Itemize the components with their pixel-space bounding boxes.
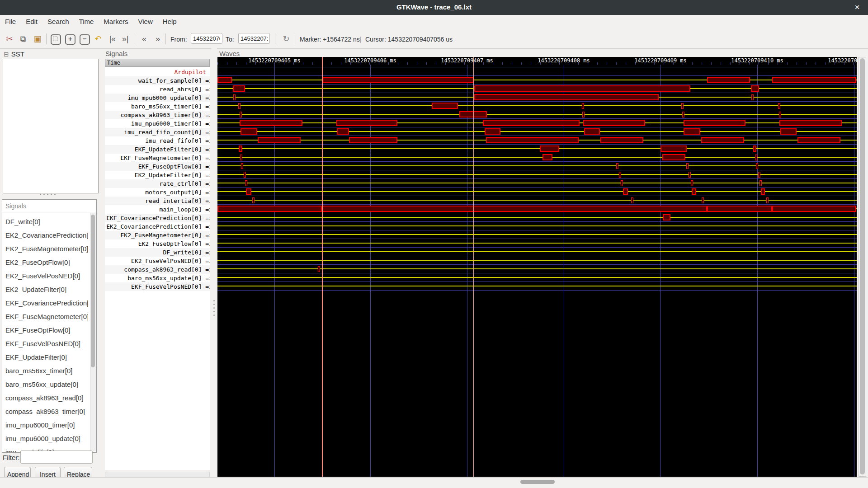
skip-left-icon[interactable]: |« xyxy=(107,33,118,44)
menu-edit[interactable]: Edit xyxy=(21,15,42,25)
search-list-item[interactable]: EK2_FuseVelPosNED[0] xyxy=(2,269,88,283)
search-list-scrollbar[interactable] xyxy=(90,213,96,451)
signal-row-label: read_intertia[0] =z xyxy=(145,197,210,204)
signal-row[interactable]: motors_output[0] =z xyxy=(105,188,210,197)
wave-canvas[interactable] xyxy=(217,65,857,477)
search-list-item[interactable]: imu_mpu6000_update[0] xyxy=(2,432,88,446)
paste-icon[interactable]: ▣ xyxy=(32,33,43,44)
menu-help[interactable]: Help xyxy=(158,15,182,25)
shift-left-icon[interactable]: « xyxy=(138,33,150,44)
wave-grid-hline xyxy=(217,187,857,188)
search-list-item[interactable]: compass_ak8963_read[0] xyxy=(2,391,88,405)
signal-group-row[interactable]: Ardupilot xyxy=(105,68,210,76)
search-list-item[interactable]: baro_ms56xx_timer[0] xyxy=(2,364,88,378)
menu-search[interactable]: Search xyxy=(42,15,74,25)
wave-grid-hline xyxy=(217,196,857,196)
sst-header[interactable]: ⊟SST xyxy=(4,50,24,58)
signal-row[interactable]: read_ahrs[0] =z xyxy=(105,85,210,94)
search-list-item[interactable]: baro_ms56xx_update[0] xyxy=(2,378,88,391)
copy-icon[interactable]: ⧉ xyxy=(17,33,29,44)
signal-row[interactable]: EKF_UpdateFilter[0] =z xyxy=(105,145,210,154)
search-list-item[interactable]: EKF_FuseOptFlow[0] xyxy=(2,324,88,337)
cut-icon[interactable]: ✂ xyxy=(4,33,15,44)
signal-row[interactable]: EKF_FuseMagnetometer[0] =z xyxy=(105,154,210,162)
from-label: From: xyxy=(170,36,187,43)
search-list-item[interactable]: EK2_UpdateFilter[0] xyxy=(2,283,88,296)
wave-vscrollbar[interactable] xyxy=(859,57,866,477)
signal-row-label: motors_output[0] =z xyxy=(145,189,210,196)
signal-row-label: imu_read_fifo_count[0] =z xyxy=(124,129,210,136)
search-list-item[interactable]: compass_ak8963_timer[0] xyxy=(2,405,88,418)
sst-tree[interactable] xyxy=(3,59,99,193)
signal-row[interactable]: EK2_FuseMagnetometer[0] =z xyxy=(105,231,210,239)
signal-row[interactable]: EK2_FuseVelPosNED[0] =z xyxy=(105,257,210,265)
vertical-splitter-handle[interactable] xyxy=(211,48,217,488)
signal-name-list[interactable]: Ardupilotwait_for_sample[0] =zread_ahrs[… xyxy=(105,67,210,470)
wave-grid-hline xyxy=(217,239,857,239)
timescale-bar[interactable]: 1453220709405 ms1453220709406 ms14532207… xyxy=(217,57,857,65)
search-list-item[interactable]: EK2_FuseMagnetometer[0] xyxy=(2,242,88,256)
signal-row-label: baro_ms56xx_timer[0] =z xyxy=(131,103,210,110)
search-list-item[interactable]: EK2_CovariancePrediction[0] xyxy=(2,229,88,242)
wave-pulse-tick xyxy=(616,163,618,169)
shift-right-icon[interactable]: » xyxy=(152,33,164,44)
search-list-item[interactable]: EK2_FuseOptFlow[0] xyxy=(2,256,88,269)
signal-row[interactable]: read_intertia[0] =z xyxy=(105,197,210,205)
filter-label: Filter: xyxy=(3,454,20,461)
close-icon[interactable]: × xyxy=(852,2,863,13)
zoom-out-icon[interactable]: − xyxy=(80,34,90,45)
search-list-item[interactable]: DF_write[0] xyxy=(2,215,88,229)
from-input[interactable] xyxy=(191,33,222,44)
wave-busy-segment xyxy=(322,206,707,212)
wave-busy-segment xyxy=(797,137,840,143)
signal-row[interactable]: EKF_FuseOptFlow[0] =z xyxy=(105,162,210,171)
to-input[interactable] xyxy=(238,33,270,44)
signal-row[interactable]: imu_mpu6000_timer[0] =z xyxy=(105,119,210,128)
wave-pulse-tick xyxy=(582,112,585,117)
collapse-icon[interactable]: ⊟ xyxy=(4,51,9,58)
wave-pulse-tick xyxy=(244,172,246,178)
signal-row[interactable]: DF_write[0] =z xyxy=(105,248,210,257)
search-list-item[interactable]: EKF_FuseMagnetometer[0] xyxy=(2,310,88,324)
reload-icon[interactable]: ↻ xyxy=(280,33,292,44)
signal-row[interactable]: main_loop[0] =x xyxy=(105,205,210,214)
window-title: GTKWave - trace_06.lxt xyxy=(0,3,868,11)
menu-markers[interactable]: Markers xyxy=(99,15,133,25)
signal-row[interactable]: compass_ak8963_timer[0] =x xyxy=(105,111,210,119)
signal-row[interactable]: EK2_FuseOptFlow[0] =z xyxy=(105,239,210,248)
scrollbar-thumb[interactable] xyxy=(91,215,95,367)
wave-grid-hline xyxy=(217,170,857,170)
signals-hscrollbar[interactable] xyxy=(105,472,210,477)
scrollbar-thumb[interactable] xyxy=(520,480,555,484)
menu-file[interactable]: File xyxy=(0,15,21,25)
signal-row[interactable]: imu_read_fifo[0] =z xyxy=(105,136,210,145)
time-column-header[interactable]: Time xyxy=(105,59,210,67)
menu-time[interactable]: Time xyxy=(74,15,99,25)
signal-row[interactable]: EKF_CovariancePrediction[0] =z xyxy=(105,214,210,222)
search-list-item[interactable]: EKF_UpdateFilter[0] xyxy=(2,351,88,364)
search-list-item[interactable]: EKF_FuseVelPosNED[0] xyxy=(2,337,88,351)
menu-view[interactable]: View xyxy=(133,15,158,25)
signal-row[interactable]: compass_ak8963_read[0] =z xyxy=(105,265,210,274)
signal-row[interactable]: EK2_UpdateFilter[0] =z xyxy=(105,171,210,179)
skip-right-icon[interactable]: »| xyxy=(119,33,131,44)
search-list-item[interactable]: imu_mpu6000_timer[0] xyxy=(2,418,88,432)
signal-row[interactable]: imu_mpu6000_update[0] =z xyxy=(105,94,210,102)
signal-row[interactable]: rate_ctrl[0] =z xyxy=(105,179,210,188)
search-list-item[interactable]: EKF_CovariancePrediction[0] xyxy=(2,296,88,310)
wave-hscrollbar[interactable] xyxy=(0,477,868,488)
signal-row[interactable]: EK2_CovariancePrediction[0] =z xyxy=(105,222,210,231)
horizontal-splitter-handle[interactable] xyxy=(40,194,60,196)
signal-row[interactable]: EKF_FuseVelPosNED[0] =z xyxy=(105,282,210,291)
zoom-fit-icon[interactable] xyxy=(51,34,61,45)
zoom-undo-icon[interactable]: ↶ xyxy=(92,33,104,44)
scrollbar-thumb[interactable] xyxy=(860,58,865,474)
signal-row[interactable]: baro_ms56xx_update[0] =z xyxy=(105,274,210,282)
title-bar[interactable]: GTKWave - trace_06.lxt × xyxy=(0,0,868,15)
signal-row[interactable]: imu_read_fifo_count[0] =z xyxy=(105,128,210,136)
wave-pulse-tick xyxy=(758,172,760,178)
filter-input[interactable] xyxy=(20,450,93,464)
signal-row[interactable]: wait_for_sample[0] =z xyxy=(105,76,210,85)
signal-row[interactable]: baro_ms56xx_timer[0] =z xyxy=(105,102,210,111)
zoom-in-icon[interactable]: + xyxy=(65,34,75,45)
